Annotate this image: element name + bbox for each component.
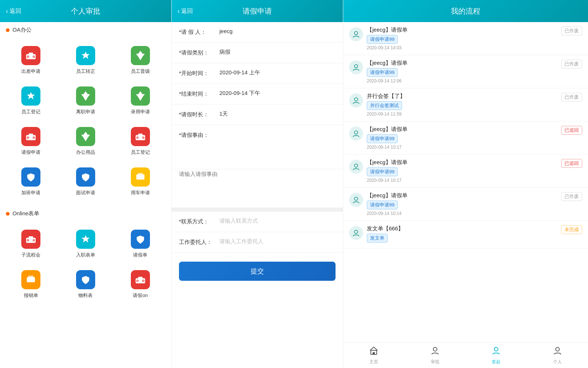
interview-label: 面试申请 [76, 190, 95, 196]
end-value: 2020-09-14 下午 [219, 90, 336, 97]
leave-form-icon [131, 230, 150, 249]
flow-tag[interactable]: 请假申请99 [367, 68, 398, 77]
flow-item-flow5[interactable]: 【jeecg】请假单 请假申请99 2020-09-14 10:17 已追回 [343, 155, 588, 188]
nav-start-label: 发起 [492, 359, 501, 365]
grid-item-overtime[interactable]: 加班申请 [4, 162, 58, 202]
left-back-button[interactable]: ‹ 返回 [6, 7, 21, 15]
grid-item-leave-form[interactable]: 请假单 [113, 224, 168, 264]
form-row-contact[interactable]: *联系方式： 请输入联系方式 [172, 212, 343, 232]
svg-point-16 [33, 137, 35, 138]
flow-content: 【jeecg】请假单 请假申请99 2020-09-14 12:06 [367, 60, 558, 84]
svg-rect-19 [138, 134, 143, 136]
flow-item-flow1[interactable]: 【jeecg】请假单 请假申请99 2020-09-14 14:03 已作废 [343, 22, 588, 55]
section-label-oa: OA办公 [12, 26, 32, 33]
trip-label: 出差申请 [21, 68, 40, 75]
flow-avatar [349, 193, 363, 207]
flow-time: 2020-09-14 10:17 [367, 145, 558, 150]
grid-item-promotion[interactable]: 员工晋级 [113, 40, 168, 81]
grid-item-leave[interactable]: 请假申请 [4, 121, 58, 162]
car-label: 用车申请 [131, 190, 150, 196]
flow-item-flow2[interactable]: 【jeecg】请假单 请假申请99 2020-09-14 12:06 已作废 [343, 55, 588, 88]
svg-point-15 [28, 137, 29, 138]
flow-item-flow7[interactable]: 发文单【666】 发文单 未完成 [343, 221, 588, 249]
onboard-label: 入职表单 [76, 252, 95, 258]
svg-point-31 [33, 240, 35, 241]
nav-home-label: 主页 [369, 359, 378, 365]
grid-item-expense[interactable]: 报销单 [4, 264, 58, 305]
resign-label: 离职申请 [76, 109, 95, 115]
grid-item-hire[interactable]: 录用申请 [113, 81, 168, 121]
grid-item-emp-reg2[interactable]: 员工登记 [113, 121, 168, 162]
grid-item-supplies[interactable]: 办公用品 [58, 121, 113, 162]
grid-item-subflow[interactable]: 子流程会 [4, 224, 58, 264]
form-row-type[interactable]: *请假类别： 病假 [172, 43, 343, 63]
section-dot-oa [6, 28, 10, 32]
svg-rect-12 [29, 134, 33, 136]
flow-tag[interactable]: 请假申请99 [367, 167, 398, 176]
flow-time: 2020-09-14 12:06 [367, 78, 558, 84]
grid-item-onboard[interactable]: 入职表单 [58, 224, 113, 264]
flow-tag[interactable]: 请假申请99 [367, 201, 398, 209]
overtime-label: 加班申请 [21, 190, 40, 196]
nav-home[interactable]: 主页 [343, 343, 405, 367]
flow-item-flow6[interactable]: 【jeecg】请假单 请假申请99 2020-09-14 10:14 已作废 [343, 188, 588, 221]
online-grid: 子流程会 入职表单 请假单 报销单 [0, 220, 171, 308]
leave-label: 请假申请 [21, 149, 40, 156]
flow-item-flow4[interactable]: 【jeecg】请假单 请假申请99 2020-09-14 10:17 已追回 [343, 121, 588, 155]
flow-tag[interactable]: 请假申请99 [367, 35, 398, 44]
form-row-delegate[interactable]: 工作委托人： 请输入工作委托人 [172, 232, 343, 253]
delegate-placeholder: 请输入工作委托人 [219, 238, 336, 245]
flow-tag[interactable]: 发文单 [367, 234, 388, 243]
grid-item-leave-on[interactable]: 请假on [113, 264, 168, 305]
nav-person[interactable]: 个人 [527, 344, 588, 367]
leave-on-label: 请假on [133, 292, 147, 299]
car-icon [131, 167, 150, 187]
svg-marker-9 [81, 91, 90, 101]
nav-start[interactable]: 发起 [466, 344, 527, 367]
middle-back-button[interactable]: ‹ 返回 [178, 7, 193, 15]
grid-item-trip[interactable]: 出差申请 [4, 40, 58, 81]
svg-marker-10 [136, 91, 145, 101]
grid-item-material[interactable]: 物料表 [58, 264, 113, 305]
bottom-nav: 主页 审批 发起 个人 [343, 342, 588, 368]
grid-item-register[interactable]: 员工登记 [4, 81, 58, 121]
type-label: *请假类别： [179, 49, 219, 56]
grid-item-fulltime[interactable]: 员工转正 [58, 40, 113, 81]
form-row-end[interactable]: *结束时间： 2020-09-14 下午 [172, 84, 343, 105]
svg-point-47 [355, 230, 358, 234]
flow-status: 已追回 [561, 159, 582, 168]
flow-avatar [349, 226, 363, 240]
svg-point-44 [355, 131, 358, 134]
hire-label: 录用申请 [131, 109, 150, 115]
start-label: *开始时间： [179, 69, 219, 77]
duration-value: 1天 [219, 110, 336, 117]
section-oa: OA办公 [0, 22, 171, 36]
svg-point-43 [355, 98, 358, 101]
leave-on-icon [131, 270, 150, 289]
grid-item-car[interactable]: 用车申请 [113, 162, 168, 202]
flow-item-flow3[interactable]: 并行会签【了】 并行会签测试 2020-09-14 11:59 已作废 [343, 88, 588, 121]
reason-textarea[interactable] [179, 171, 336, 200]
flow-content: 并行会签【了】 并行会签测试 2020-09-14 11:59 [367, 93, 558, 117]
start-icon [491, 346, 501, 358]
svg-marker-6 [82, 52, 90, 59]
submit-button[interactable]: 提交 [179, 262, 336, 281]
reason-textarea-wrapper[interactable] [172, 169, 343, 208]
grid-item-interview[interactable]: 面试申请 [58, 162, 113, 202]
form-row-start[interactable]: *开始时间： 2020-09-14 上午 [172, 63, 343, 84]
emp-reg2-icon [131, 127, 150, 146]
nav-audit-label: 审批 [431, 359, 440, 365]
form-row-reason: *请假事由： [172, 125, 343, 169]
flow-tag[interactable]: 并行会签测试 [367, 101, 402, 110]
flow-tag[interactable]: 请假申请99 [367, 134, 398, 143]
person-icon [553, 346, 562, 358]
grid-item-resign[interactable]: 离职申请 [58, 81, 113, 121]
submit-footer: 提交 [172, 253, 343, 287]
flow-time: 2020-09-14 14:03 [367, 45, 558, 50]
nav-person-label: 个人 [553, 359, 562, 365]
section-dot-online [6, 212, 10, 216]
middle-panel: ‹ 返回 请假申请 *请 假 人： jeecg *请假类别： 病假 *开始时间：… [172, 0, 343, 368]
nav-audit[interactable]: 审批 [405, 344, 466, 367]
flow-title: 发文单【666】 [367, 225, 558, 232]
type-value: 病假 [219, 49, 336, 56]
